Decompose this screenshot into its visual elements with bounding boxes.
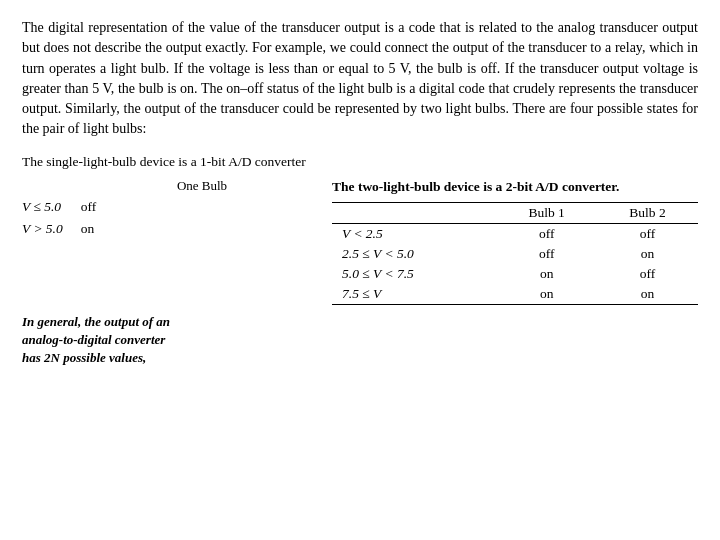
voltage-cell: 7.5 ≤ V — [332, 284, 496, 305]
bulb2-cell: off — [597, 264, 698, 284]
section-label: The single-light-bulb device is a 1-bit … — [22, 154, 698, 170]
table-row: 7.5 ≤ V on on — [332, 284, 698, 305]
voltage-cell: V ≤ 5.0 — [22, 196, 81, 218]
voltage-cell: 5.0 ≤ V < 7.5 — [332, 264, 496, 284]
table-row: 2.5 ≤ V < 5.0 off on — [332, 244, 698, 264]
voltage-col-header — [332, 203, 496, 224]
bulb1-cell: off — [496, 224, 597, 245]
table-row: V < 2.5 off off — [332, 224, 698, 245]
table-row: 5.0 ≤ V < 7.5 on off — [332, 264, 698, 284]
bulb1-cell: on — [496, 284, 597, 305]
state-cell: off — [81, 196, 115, 218]
bulb1-cell: on — [496, 264, 597, 284]
two-bit-header: The two-light-bulb device is a 2-bit A/D… — [332, 178, 698, 196]
voltage-cell: V < 2.5 — [332, 224, 496, 245]
table-row: V > 5.0 on — [22, 218, 114, 240]
bulb2-col-header: Bulb 2 — [597, 203, 698, 224]
bulb2-cell: on — [597, 244, 698, 264]
bulb2-cell: off — [597, 224, 698, 245]
voltage-cell: 2.5 ≤ V < 5.0 — [332, 244, 496, 264]
italic-note: In general, the output of an analog-to-d… — [22, 313, 182, 368]
two-bulb-table: Bulb 1 Bulb 2 V < 2.5 off off 2.5 ≤ V < … — [332, 202, 698, 305]
bulb1-cell: off — [496, 244, 597, 264]
bulb2-cell: on — [597, 284, 698, 305]
bulb1-col-header: Bulb 1 — [496, 203, 597, 224]
table-row: V ≤ 5.0 off — [22, 196, 114, 218]
single-bulb-table: V ≤ 5.0 off V > 5.0 on — [22, 196, 114, 240]
intro-paragraph: The digital representation of the value … — [22, 18, 698, 140]
voltage-cell: V > 5.0 — [22, 218, 81, 240]
one-bulb-header: One Bulb — [82, 178, 322, 194]
state-cell: on — [81, 218, 115, 240]
